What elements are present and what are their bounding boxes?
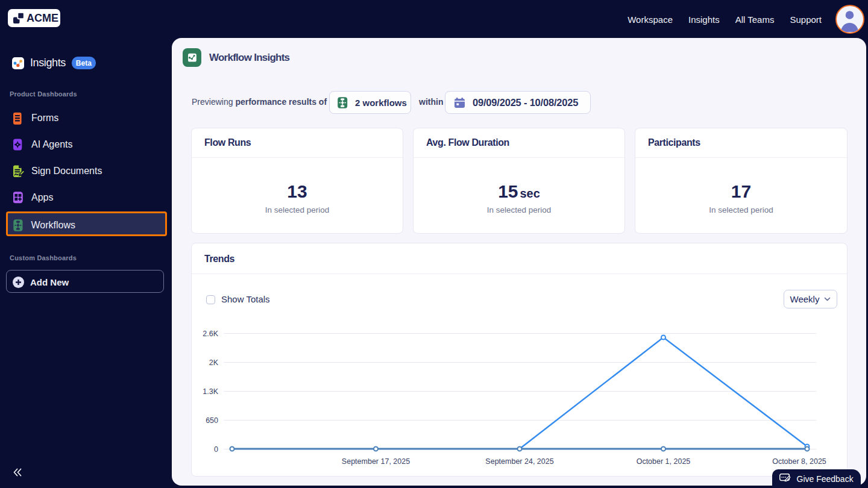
svg-text:September 17, 2025: September 17, 2025 [342,457,410,466]
svg-text:650: 650 [206,416,218,425]
svg-text:0: 0 [214,445,218,454]
svg-text:September 24, 2025: September 24, 2025 [485,457,553,466]
svg-text:1.3K: 1.3K [203,387,218,396]
svg-text:2.6K: 2.6K [203,330,218,338]
svg-text:2K: 2K [209,358,219,367]
svg-text:October 8, 2025: October 8, 2025 [772,457,826,466]
svg-text:October 1, 2025: October 1, 2025 [637,457,691,466]
